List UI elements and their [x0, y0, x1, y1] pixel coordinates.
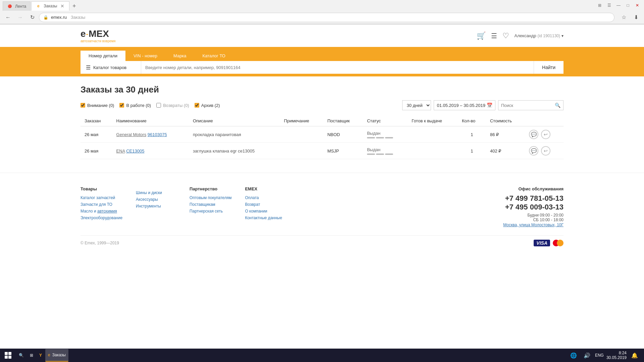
- filter-attention-checkbox[interactable]: [80, 103, 85, 108]
- page-content: e - MEX автозапчасти вовремя 🛒 ☰ ♡ Алекс…: [0, 24, 644, 254]
- table-header: Заказан Наименование Описание Примечание…: [80, 116, 564, 126]
- user-menu[interactable]: Александр (id 1901130) ▾: [515, 33, 564, 38]
- footer-link-about[interactable]: О компании: [245, 209, 285, 214]
- taskbar-active-app[interactable]: e Заказы: [45, 349, 68, 362]
- search-input[interactable]: [141, 61, 534, 74]
- col-name: Наименование: [112, 116, 189, 126]
- browser-toolbar: ← → ↻ 🔒 emex.ru Заказы ☆ ⬇: [0, 11, 644, 24]
- window-minimize-button[interactable]: —: [614, 1, 623, 9]
- taskbar-volume-icon[interactable]: 🔊: [582, 350, 592, 361]
- main-content: Заказы за 30 дней Внимание (0) В работе …: [0, 76, 644, 173]
- bookmark-button[interactable]: ☆: [619, 12, 629, 23]
- row1-brand-link[interactable]: General Motors: [116, 132, 147, 137]
- header-nav: 🛒 ☰ ♡ Александр (id 1901130) ▾: [477, 32, 564, 40]
- taskbar-search-icon: 🔍: [19, 353, 24, 358]
- period-select[interactable]: 30 дней: [402, 100, 431, 110]
- taskbar-search-button[interactable]: 🔍: [16, 349, 26, 362]
- window-maximize-button[interactable]: □: [624, 1, 632, 9]
- filter-archive-checkbox[interactable]: [195, 103, 199, 108]
- row2-part-link[interactable]: CE13005: [126, 148, 144, 154]
- col-status: Статус: [363, 116, 408, 126]
- payment-icons: VISA: [534, 240, 564, 246]
- taskbar-task-view-button[interactable]: ⊞: [27, 349, 36, 362]
- footer-link-oil[interactable]: Масло и автохимия: [80, 209, 122, 214]
- taskbar-items: 🔍 ⊞ Y e Заказы: [16, 349, 68, 362]
- footer-link-accessories[interactable]: Аксессуары: [136, 197, 176, 202]
- footer-link-wholesale[interactable]: Оптовым покупателям: [190, 195, 231, 200]
- logo[interactable]: e - MEX автозапчасти вовремя: [80, 28, 115, 43]
- row1-comment-button[interactable]: 💬: [529, 130, 538, 139]
- new-tab-button[interactable]: +: [69, 1, 79, 11]
- filter-returns-checkbox[interactable]: [156, 103, 161, 108]
- filter-inwork[interactable]: В работе (0): [119, 103, 151, 108]
- start-button[interactable]: [1, 349, 15, 362]
- filter-sep: 30 дней 01.05.2019 – 30.05.2019 📅 🔍: [402, 100, 564, 110]
- orders-table: Заказан Наименование Описание Примечание…: [80, 116, 564, 159]
- site-header: e - MEX автозапчасти вовремя 🛒 ☰ ♡ Алекс…: [0, 24, 644, 48]
- footer-link-return[interactable]: Возврат: [245, 202, 285, 207]
- taskbar-network-icon[interactable]: 🌐: [568, 350, 579, 361]
- footer-link-payment[interactable]: Оплата: [245, 195, 285, 200]
- row2-desc: заглушка клапана egr ce13005: [189, 143, 280, 159]
- taskbar-notifications-icon[interactable]: 🔔: [629, 350, 640, 361]
- window-close-button[interactable]: ✕: [633, 1, 641, 9]
- calendar-icon[interactable]: 📅: [487, 103, 492, 108]
- status-seg3: [385, 137, 393, 138]
- col-qty: Кол-во: [458, 116, 486, 126]
- filter-inwork-checkbox[interactable]: [119, 103, 124, 108]
- row2-comment-button[interactable]: 💬: [529, 146, 538, 156]
- tab-catalog-to[interactable]: Каталог ТО: [195, 51, 233, 61]
- taskbar: 🔍 ⊞ Y e Заказы 🌐 🔊 ENG 8:24 30.05.2019 🔔: [0, 349, 644, 362]
- footer-link-to[interactable]: Запчасти для ТО: [80, 202, 122, 207]
- user-chevron-icon: ▾: [561, 34, 564, 38]
- catalog-btn[interactable]: ☰ Каталог товаров: [80, 61, 141, 74]
- row2-return-button[interactable]: ↩: [541, 146, 550, 156]
- find-button[interactable]: Найти: [534, 61, 564, 74]
- col-actions: [525, 116, 564, 126]
- download-button[interactable]: ⬇: [631, 12, 641, 23]
- user-name: Александр: [515, 33, 536, 38]
- date-range-text: 01.05.2019 – 30.05.2019: [437, 103, 485, 108]
- row2-supplier: MSJP: [323, 143, 363, 159]
- taskbar-lang[interactable]: ENG: [595, 353, 604, 358]
- window-settings-icon[interactable]: ⊞: [596, 1, 604, 9]
- favorites-icon[interactable]: ♡: [502, 32, 509, 40]
- row2-brand-link[interactable]: ENA: [116, 148, 125, 154]
- tab-orders-label: Заказы: [44, 4, 57, 8]
- taskbar-browser-item[interactable]: Y: [37, 349, 45, 362]
- search-tabs: Номер детали VIN - номер Марка Каталог Т…: [80, 51, 564, 61]
- address-bar[interactable]: 🔒 emex.ru Заказы: [39, 13, 614, 22]
- tab-lenta[interactable]: 🔴 Лента: [3, 1, 31, 11]
- footer-link-catalog[interactable]: Каталог запчастей: [80, 195, 122, 200]
- tab-part-number[interactable]: Номер детали: [80, 51, 125, 61]
- orders-search-input[interactable]: [498, 103, 552, 108]
- taskbar-browser-icon: Y: [39, 353, 42, 358]
- row1-return-button[interactable]: ↩: [541, 130, 550, 139]
- footer-link-tires[interactable]: Шины и диски: [136, 190, 176, 195]
- window-menu-icon[interactable]: ☰: [605, 1, 613, 9]
- filter-returns[interactable]: Возвраты (0): [156, 103, 189, 108]
- search-orders-icon[interactable]: 🔍: [552, 103, 563, 108]
- row1-price: 86 ₽: [486, 126, 525, 143]
- tab-vin[interactable]: VIN - номер: [125, 51, 165, 61]
- tab-orders-close[interactable]: ✕: [60, 3, 65, 9]
- col-date: Заказан: [80, 116, 112, 126]
- footer-link-suppliers[interactable]: Поставщикам: [190, 202, 231, 207]
- filter-archive[interactable]: Архив (2): [195, 103, 220, 108]
- tab-orders[interactable]: e Заказы ✕: [31, 1, 69, 11]
- cart-icon[interactable]: 🛒: [477, 32, 486, 40]
- orders-list-icon[interactable]: ☰: [491, 32, 497, 40]
- footer-link-tools[interactable]: Инструменты: [136, 204, 176, 208]
- reload-button[interactable]: ↻: [27, 12, 38, 23]
- row1-part-link[interactable]: 96103075: [148, 132, 167, 137]
- footer-link-contacts[interactable]: Контактные данные: [245, 216, 285, 220]
- forward-button[interactable]: →: [15, 12, 25, 23]
- office-address-link[interactable]: Москва, улица Молостовых, 10Г: [503, 223, 564, 227]
- footer-link-network[interactable]: Партнерская сеть: [190, 209, 231, 214]
- footer-emex-title: EMEX: [245, 186, 285, 191]
- filter-attention[interactable]: Внимание (0): [80, 103, 114, 108]
- footer-link-electro[interactable]: Электрооборудование: [80, 216, 122, 220]
- tab-brand[interactable]: Марка: [165, 51, 195, 61]
- row1-desc: прокладка паранитовая: [189, 126, 280, 143]
- back-button[interactable]: ←: [3, 12, 13, 23]
